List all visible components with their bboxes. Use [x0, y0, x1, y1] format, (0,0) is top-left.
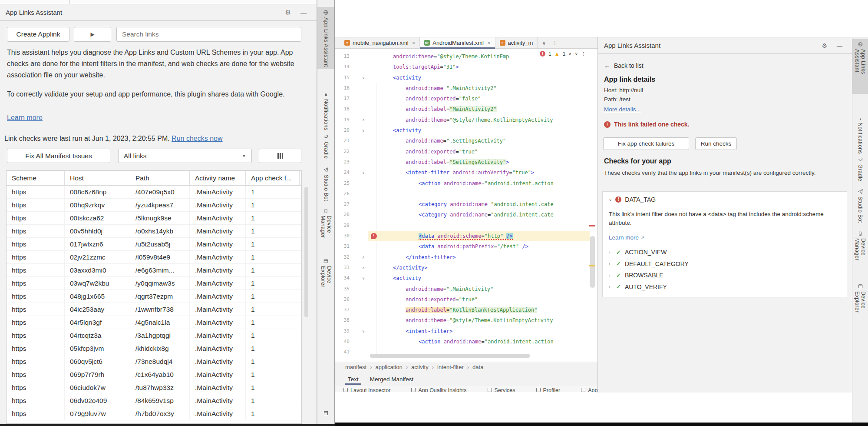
sidebar-item-gradle[interactable]: Gradle: [317, 131, 334, 163]
column-header[interactable]: Path: [130, 171, 190, 185]
line-number[interactable]: 13: [335, 51, 350, 62]
left-window-titlebar[interactable]: App Links Assistant ⚙ —: [0, 4, 317, 21]
sidebar-item-gradle[interactable]: Gradle: [852, 154, 868, 184]
links-filter-dropdown[interactable]: All links ▼: [118, 149, 252, 163]
run-play-button[interactable]: ▶: [74, 27, 111, 42]
chevron-right-icon[interactable]: ›: [609, 273, 612, 278]
manifest-view-tab[interactable]: Merged Manifest: [370, 372, 414, 386]
sidebar-item-device-manager[interactable]: Device Manager: [317, 206, 334, 250]
table-row[interactable]: https05kfcp3jvm/khidckix8g.MainActivity1: [7, 342, 301, 355]
table-row[interactable]: https04ic253aay/1wwnfbr738.MainActivity1: [7, 303, 301, 316]
line-number[interactable]: 37: [335, 305, 350, 315]
table-row[interactable]: https02jv21zzmc/l059v8t4e9.MainActivity1: [7, 251, 301, 264]
line-number[interactable]: 22: [335, 146, 350, 157]
run-checks-button[interactable]: Run checks: [695, 137, 737, 150]
create-applink-button[interactable]: Create Applink: [7, 27, 69, 42]
gear-icon[interactable]: ⚙: [285, 9, 291, 17]
line-number[interactable]: 18: [335, 104, 350, 114]
fold-marker-icon[interactable]: ∨: [360, 273, 367, 283]
table-row[interactable]: https069p7r79rh/c1x64yab10.MainActivity1: [7, 368, 301, 381]
line-number[interactable]: 35: [335, 284, 350, 294]
fold-marker-icon[interactable]: ∨: [360, 167, 367, 178]
table-row[interactable]: https048jg1x665/qgrt37ezpm.MainActivity1: [7, 290, 301, 303]
table-row[interactable]: https060qv5jct6/73ne8udqj4.MainActivity1: [7, 355, 301, 368]
editor-tab[interactable]: MFAndroidManifest.xml×: [420, 37, 495, 48]
column-header[interactable]: App check f...: [246, 171, 300, 185]
back-to-list-link[interactable]: ← Back to list: [604, 62, 644, 69]
table-row[interactable]: https017jwlxzn6/u5t2usab5j.MainActivity1: [7, 238, 301, 251]
table-row[interactable]: https008c6z68np/407e09q5x0.MainActivity1: [7, 186, 301, 199]
editor-tab[interactable]: ‹›mobile_navigation.xml×: [340, 37, 420, 48]
sidebar-item-studio-bot[interactable]: Studio Bot: [852, 186, 868, 228]
error-stripe-mark[interactable]: [589, 225, 595, 226]
chevron-right-icon[interactable]: ›: [609, 261, 612, 266]
fold-marker-icon[interactable]: ∧: [360, 115, 367, 125]
breadcrumb[interactable]: manifest›application›activity›intent-fil…: [335, 362, 597, 372]
table-row[interactable]: https00v5hhld0j/o0xhs14ykb.MainActivity1: [7, 225, 301, 238]
breadcrumb-item[interactable]: manifest: [345, 364, 366, 370]
line-number[interactable]: 41: [335, 347, 350, 357]
fold-marker-icon[interactable]: ∧: [360, 252, 367, 263]
line-number[interactable]: 29: [335, 220, 350, 231]
minimize-icon[interactable]: —: [300, 9, 307, 16]
fix-all-manifest-issues-button[interactable]: Fix All Manifest Issues: [7, 149, 110, 163]
sidebar-item-device-manager[interactable]: Device Manager: [852, 229, 868, 273]
sidebar-item-device-explorer[interactable]: Device Explorer: [317, 256, 334, 306]
passed-check-row[interactable]: ›✓AUTO_VERIFY: [609, 281, 689, 293]
code-editor[interactable]: 13android:theme="@style/Theme.KotlinEmp1…: [335, 49, 597, 358]
inspections-widget[interactable]: ! 1 ▲ 1 ∧ ∨ ⋮: [537, 50, 589, 58]
gear-icon[interactable]: ⚙: [822, 42, 827, 49]
next-issue-icon[interactable]: ∨: [575, 51, 578, 56]
table-row[interactable]: https00tskcza62/5lknugk9se.MainActivity1: [7, 212, 301, 225]
line-number[interactable]: 34: [335, 273, 350, 283]
breadcrumb-item[interactable]: application: [375, 364, 402, 370]
table-row[interactable]: https03axxd3mi0/e6g63mim....MainActivity…: [7, 264, 301, 277]
line-number[interactable]: 31: [335, 241, 350, 252]
line-number[interactable]: 20: [335, 125, 350, 136]
sidebar-item-bottom-tool[interactable]: [317, 408, 334, 419]
line-number[interactable]: 23: [335, 157, 350, 167]
line-number[interactable]: 28: [335, 210, 350, 220]
line-number[interactable]: 25: [335, 178, 350, 189]
passed-check-row[interactable]: ›✓ACTION_VIEW: [609, 246, 689, 258]
close-icon[interactable]: ×: [412, 40, 416, 46]
editor-scrollbar[interactable]: [590, 236, 595, 288]
passed-check-row[interactable]: ›✓BROWSABLE: [609, 270, 689, 281]
line-number[interactable]: 38: [335, 315, 350, 326]
close-icon[interactable]: ×: [487, 40, 491, 46]
table-row[interactable]: https079g9luv7w/h7bd07ox3y.MainActivity1: [7, 407, 301, 420]
column-header[interactable]: Activity name: [190, 171, 246, 185]
manifest-view-tab[interactable]: Text: [348, 372, 359, 386]
editor-horizontal-scrollbar[interactable]: [370, 354, 530, 358]
more-details-link[interactable]: More details...: [604, 106, 641, 113]
line-number[interactable]: 21: [335, 136, 350, 146]
breadcrumb-item[interactable]: activity: [411, 364, 429, 370]
fold-marker-icon[interactable]: ∨: [360, 125, 367, 136]
tool-window-button[interactable]: App Quality Insights: [411, 386, 466, 392]
table-row[interactable]: https04rtcqtz3a/3a1hgptqgi.MainActivity1: [7, 329, 301, 342]
breadcrumb-item[interactable]: data: [472, 364, 483, 370]
data-tag-check-row[interactable]: ∨ ! DATA_TAG: [609, 196, 656, 203]
column-header[interactable]: Scheme: [7, 171, 65, 185]
line-number[interactable]: 26: [335, 189, 350, 199]
line-number[interactable]: 17: [335, 93, 350, 104]
sidebar-item-notifications[interactable]: Notifications: [317, 90, 334, 130]
minimize-icon[interactable]: —: [837, 43, 842, 49]
error-quickfix-icon[interactable]: !: [371, 233, 377, 239]
search-input[interactable]: [116, 27, 301, 42]
links-table[interactable]: SchemeHostPathActivity nameApp check f..…: [6, 170, 302, 424]
tool-window-button[interactable]: Profiler: [536, 386, 561, 392]
chevron-right-icon[interactable]: ›: [609, 250, 612, 255]
breadcrumb-item[interactable]: intent-filter: [437, 364, 464, 370]
fold-marker-icon[interactable]: ∨: [360, 326, 367, 336]
table-scrollbar[interactable]: [304, 170, 310, 424]
fold-marker-icon[interactable]: ∧: [360, 263, 367, 273]
line-number[interactable]: 27: [335, 199, 350, 210]
line-number[interactable]: 32: [335, 252, 350, 263]
line-number[interactable]: 33: [335, 263, 350, 273]
fold-marker-icon[interactable]: ∨: [360, 73, 367, 83]
editor-tab[interactable]: ‹›activity_m: [495, 37, 538, 48]
more-options-icon[interactable]: ⋮: [581, 51, 586, 57]
line-number[interactable]: 16: [335, 83, 350, 93]
warning-stripe-mark[interactable]: [589, 265, 595, 266]
